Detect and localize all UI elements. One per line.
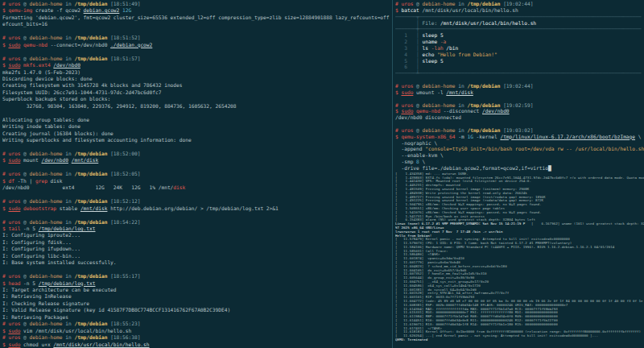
text-token: mke2fs 1.47.0 (5-Feb-2023): [2, 69, 80, 75]
text-token: 4 │: [395, 52, 423, 57]
terminal-line: # uros @ debian-home in /tmp/debian [18:…: [2, 151, 392, 157]
text-token: @: [20, 171, 29, 176]
text-token: 12G: [122, 7, 131, 13]
text-token: -m: [456, 134, 468, 139]
text-token: [18:56:38]: [107, 334, 140, 340]
text-token: uros: [401, 127, 413, 133]
text-token: disk: [47, 178, 63, 184]
text-token: in: [63, 1, 75, 6]
text-token: in: [63, 35, 75, 40]
text-token: /tmp/debian: [467, 127, 500, 133]
text-token: [ 1.484938] Write protecting the kernel …: [395, 191, 527, 195]
text-token: /tmp/debian: [74, 273, 107, 279]
text-token: /tmp/debian: [74, 321, 107, 326]
terminal-line: $ sudo qemu-nbd --connect=/dev/nbd0 ./de…: [2, 42, 392, 48]
terminal-line: $ sudo umount -l /mnt/disk: [395, 89, 644, 96]
terminal-window: # uros @ debian-home in /tmp/debian [18:…: [0, 0, 644, 348]
text-token: debian-home: [423, 127, 456, 133]
text-token: I: Retrieving InRelease: [2, 293, 72, 299]
terminal-line: I: Checking Release signature: [2, 300, 392, 307]
text-token: debian-home: [423, 83, 456, 89]
text-token: [ 11.585031] Call Trace:: [395, 249, 448, 253]
text-token: [ 11.601381] do_syscall_64+0x64/0x2d0: [395, 288, 477, 292]
terminal-line: Discarding device blocks: done: [2, 76, 392, 82]
text-token: /tmp/linux/linux-6.17.2/arch/x86/boot/bz…: [500, 134, 635, 139]
terminal-pane-right[interactable]: # uros @ debian-home in /tmp/debian [19:…: [392, 0, 644, 348]
text-token: /tmp/debian/log.txt: [39, 280, 96, 286]
text-token: [ 11.601874] vpanic+0x3da/0x410: [395, 256, 464, 260]
terminal-line: --enable-kvm \: [395, 152, 644, 159]
text-token: tail: [8, 226, 20, 231]
text-token: sleep 5: [423, 32, 444, 38]
text-token: [ 11.605644] do_group_exit+0x30/0x90: [395, 276, 474, 280]
text-token: [ 1.489727] Freeing unused kernel image …: [395, 195, 546, 199]
text-token: debian.qcow2: [84, 7, 120, 13]
text-token: [18:51:52]: [107, 35, 140, 40]
text-token: sudo: [401, 89, 413, 95]
text-token: [19:02:44]: [500, 1, 533, 6]
text-token: [18:52:00]: [107, 151, 140, 156]
text-token: debian-home: [423, 102, 456, 108]
terminal-line: $ sudo qemu-nbd --disconnect /dev/nbd0: [395, 108, 644, 114]
text-token: Formatting 'debian.qcow2', fmt=qcow2 clu…: [2, 14, 392, 20]
text-token: [ 11.614304] RAX: ffffffffffffffda RBX: …: [395, 307, 558, 311]
text-token: in: [456, 83, 468, 89]
text-token: [ 11.611984] RBP: 00007f71f5b1d7a0 R08: …: [395, 314, 558, 318]
text-token: debian-home: [30, 171, 63, 176]
terminal-line: 1 │ sleep 5: [395, 32, 644, 39]
text-token: uros: [8, 273, 20, 279]
terminal-line: │ File: /mnt/disk/usr/local/bin/hello.sh: [395, 20, 644, 27]
text-token: @: [20, 1, 29, 6]
text-token: /tmp/debian: [74, 151, 107, 156]
text-token: stable: [56, 205, 80, 211]
text-token: sudo: [8, 62, 20, 68]
text-token: debootstrap: [23, 205, 56, 211]
text-token: in: [456, 1, 468, 6]
text-token: 1G: [467, 134, 473, 139]
text-token: [ 11.604772] Code: 45 89 d0 b8 e7 00 00 …: [395, 299, 644, 303]
text-token: ST 2025 x86_64 GNU/Linux: [395, 226, 444, 230]
text-token: [ 11.607352] ? handle_mm_fault+0x1d5/0x3…: [395, 272, 486, 276]
text-token: [ 1.434358] md: ... autorun DONE.: [395, 172, 469, 176]
text-token: echo: [423, 52, 438, 57]
text-token: /mnt/disk/usr/local/bin/hello.sh: [440, 20, 536, 26]
text-token: Writing superblocks and filesystem accou…: [2, 137, 192, 143]
text-token: debian-home: [30, 56, 63, 61]
text-token: /tmp/debian: [74, 334, 107, 340]
terminal-line: -nographic \: [395, 140, 644, 147]
terminal-line: # uros @ debian-home in /tmp/debian [18:…: [2, 273, 392, 280]
terminal-line: # uros @ debian-home in /tmp/debian [18:…: [2, 56, 392, 62]
text-token: [ 11.604751] __x64_sys_exit_group+0x17/0…: [395, 280, 489, 284]
text-token: [18:52:12]: [107, 198, 140, 204]
text-token: [ 11.586480] <TASK>: [395, 253, 440, 257]
text-token: \: [635, 134, 641, 139]
text-token: uros: [8, 35, 20, 40]
terminal-line: 2 │ uname -a: [395, 39, 644, 45]
text-token: mkfs.ext4: [23, 62, 51, 68]
text-token: uros: [8, 56, 20, 61]
text-token: vim /mnt/disk/usr/local/bin/hello.sh: [20, 328, 131, 334]
terminal-line: # uros @ debian-home in /tmp/debian [19:…: [395, 1, 644, 7]
text-token: [18:54:22]: [107, 219, 140, 225]
text-token: uros: [8, 321, 20, 326]
text-token: [ 1.481509] Freeing unused kernel image …: [395, 187, 529, 191]
text-token: sudo: [401, 108, 413, 114]
text-token: batcat: [401, 7, 419, 13]
text-token: [19:02:59]: [500, 102, 533, 108]
text-token: sudo: [8, 328, 20, 334]
text-token: [ 1.445231] devtmpfs: mounted: [395, 183, 460, 187]
text-token: "console=ttyS0 init=/bin/bash root=/dev/…: [425, 146, 644, 151]
terminal-line: [2, 267, 392, 273]
terminal-line: $ sudo mkfs.ext4 /dev/nbd0: [2, 62, 392, 68]
text-token: [ 11.601528] entry_SYSCALL_64_after_hwfr…: [395, 291, 509, 295]
text-token: sudo: [8, 205, 20, 211]
terminal-pane-left[interactable]: # uros @ debian-home in /tmp/debian [18:…: [0, 0, 392, 348]
text-token: -nographic \: [395, 140, 437, 146]
terminal-line: 5 │ sleep 5: [395, 58, 644, 64]
text-token: /tmp/debian: [467, 1, 500, 6]
terminal-line: -append "console=ttyS0 init=/bin/bash ro…: [395, 146, 644, 152]
text-token: [ 1.541076] x86/mm: Checked W+X mappings…: [395, 210, 542, 214]
text-token: I: Base system installed successfully.: [2, 259, 117, 265]
text-token: uros: [8, 1, 20, 6]
text-token: [18:51:49]: [107, 1, 140, 6]
